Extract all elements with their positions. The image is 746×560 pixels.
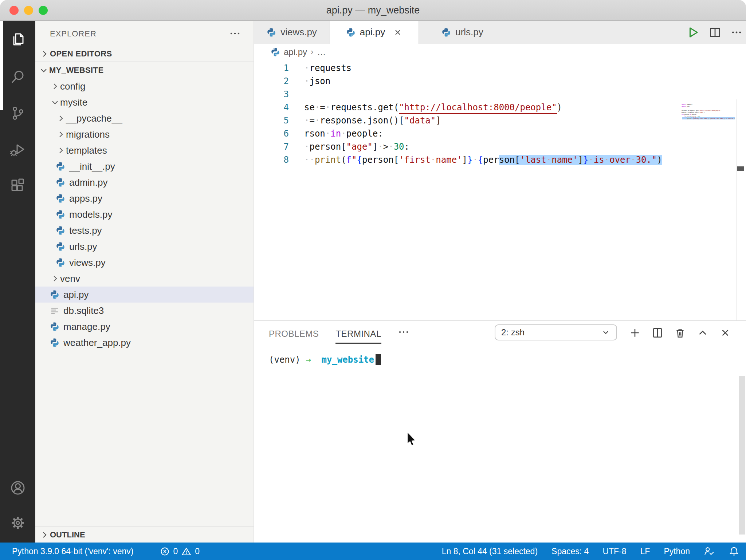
- tab-problems[interactable]: PROBLEMS: [269, 323, 319, 344]
- breadcrumb-file[interactable]: api.py: [284, 47, 307, 57]
- workspace-root-section[interactable]: MY_WEBSITE: [35, 62, 254, 78]
- code-line[interactable]: se·=·requests.get("http://localhost:8000…: [304, 101, 662, 114]
- breadcrumb-more[interactable]: …: [317, 47, 326, 57]
- python-file-icon: [56, 226, 65, 235]
- terminal-scrollbar[interactable]: [739, 376, 745, 535]
- panel-more-actions-icon[interactable]: [398, 327, 409, 338]
- code-line[interactable]: rson·in·people:: [304, 127, 662, 140]
- activity-bar-item[interactable]: [0, 168, 35, 204]
- title-bar: api.py — my_website: [0, 0, 746, 21]
- activity-bar-item[interactable]: [0, 470, 35, 505]
- tree-item-views-py[interactable]: views.py: [35, 255, 254, 271]
- mouse-cursor: [407, 431, 417, 447]
- line-number: 8: [254, 153, 289, 166]
- problems-status[interactable]: 0 0: [160, 547, 200, 556]
- tab-label: views.py: [280, 27, 317, 38]
- tree-item-label: views.py: [69, 257, 106, 268]
- line-number: 5: [254, 114, 289, 127]
- tree-item-models-py[interactable]: models.py: [35, 206, 254, 222]
- open-editors-section[interactable]: OPEN EDITORS: [35, 46, 254, 62]
- tree-item-label: urls.py: [69, 241, 97, 252]
- workspace-root-label: MY_WEBSITE: [49, 66, 103, 75]
- error-icon: [160, 547, 170, 556]
- feedback-smiley-icon[interactable]: [704, 546, 715, 557]
- code-line[interactable]: ·json: [304, 75, 662, 88]
- vscode-window: api.py — my_website EXPLORER OPEN EDITOR…: [0, 0, 746, 560]
- language-mode-status[interactable]: Python: [664, 547, 690, 556]
- outline-section[interactable]: OUTLINE: [35, 527, 254, 543]
- settings-gear-icon: [9, 514, 27, 532]
- kill-terminal-trash-icon[interactable]: [674, 327, 686, 339]
- editor-tab-api-py[interactable]: api.py: [330, 21, 419, 44]
- indentation-status[interactable]: Spaces: 4: [551, 547, 589, 556]
- tree-item-db-sqlite3[interactable]: db.sqlite3: [35, 303, 254, 319]
- line-number: 2: [254, 75, 289, 88]
- new-terminal-button[interactable]: [629, 327, 641, 339]
- activity-bar-item[interactable]: [0, 95, 35, 131]
- tree-item-api-py[interactable]: api.py: [35, 287, 254, 303]
- tree-item-admin-py[interactable]: admin.py: [35, 174, 254, 190]
- encoding-status[interactable]: UTF-8: [602, 547, 626, 556]
- tree-item-label: mysite: [60, 97, 87, 108]
- python-file-icon: [56, 242, 65, 251]
- tree-item--pycache-[interactable]: __pycache__: [35, 110, 254, 126]
- split-terminal-button[interactable]: [652, 327, 663, 339]
- editor-area: views.pyapi.pyurls.py api.py › … 1234567…: [254, 21, 746, 543]
- run-python-file-button[interactable]: [687, 26, 699, 39]
- activity-bar-item[interactable]: [0, 59, 35, 95]
- code-line[interactable]: ··print(f"{person['first·name']}·{person…: [304, 153, 662, 166]
- close-panel-button[interactable]: [719, 327, 731, 339]
- close-tab-icon[interactable]: [393, 28, 403, 37]
- file-tree: configmysite__pycache__migrationstemplat…: [35, 78, 254, 351]
- line-number: 3: [254, 88, 289, 101]
- tree-item-weather-app-py[interactable]: weather_app.py: [35, 335, 254, 351]
- tree-item-label: admin.py: [69, 177, 108, 188]
- maximize-panel-button[interactable]: [697, 327, 708, 339]
- code-line[interactable]: ·requests: [304, 62, 662, 75]
- minimap[interactable]: import requestsimport jsonresponse = req…: [679, 99, 735, 320]
- code-line[interactable]: [304, 88, 662, 101]
- editor-tab-views-py[interactable]: views.py: [254, 21, 330, 44]
- split-editor-button[interactable]: [709, 26, 721, 39]
- code-line[interactable]: ·person["age"]·>·30:: [304, 140, 662, 153]
- more-actions-icon[interactable]: [731, 27, 742, 38]
- tree-item-venv[interactable]: venv: [35, 271, 254, 287]
- terminal-cwd: my_website: [322, 355, 374, 365]
- editor-actions: [687, 21, 742, 44]
- tree-item-templates[interactable]: templates: [35, 142, 254, 158]
- chevron-down-icon: [50, 98, 60, 107]
- tree-item-manage-py[interactable]: manage.py: [35, 319, 254, 335]
- tab-terminal[interactable]: TERMINAL: [335, 323, 381, 344]
- activity-bar-item[interactable]: [0, 22, 35, 59]
- explorer-icon: [9, 32, 27, 49]
- tree-item-tests-py[interactable]: tests.py: [35, 222, 254, 238]
- tree-item-apps-py[interactable]: apps.py: [35, 190, 254, 206]
- overview-ruler-selection-marker: [737, 166, 744, 171]
- terminal-prompt[interactable]: (venv) → my_website: [269, 354, 381, 365]
- account-icon: [9, 479, 27, 497]
- breadcrumb[interactable]: api.py › …: [254, 44, 746, 60]
- tree-item--init-py[interactable]: __init__.py: [35, 158, 254, 174]
- code-line[interactable]: ·=·response.json()["data"]: [304, 114, 662, 127]
- code-editor[interactable]: 12345678 ·requests·jsonse·=·requests.get…: [254, 60, 746, 320]
- editor-tab-urls-py[interactable]: urls.py: [419, 21, 506, 44]
- tree-item-migrations[interactable]: migrations: [35, 126, 254, 142]
- tree-item-config[interactable]: config: [35, 78, 254, 94]
- python-file-icon: [441, 28, 451, 37]
- chevron-right-icon: [56, 130, 66, 139]
- source-control-icon: [9, 104, 27, 122]
- chevron-right-icon: ›: [311, 47, 313, 57]
- activity-bar-item[interactable]: [0, 505, 35, 540]
- activity-bar-item[interactable]: [0, 131, 35, 168]
- cursor-position-status[interactable]: Ln 8, Col 44 (31 selected): [442, 547, 538, 556]
- activity-bar: [0, 21, 35, 543]
- terminal-venv: (venv): [269, 355, 301, 365]
- eol-status[interactable]: LF: [640, 547, 650, 556]
- explorer-more-actions-icon[interactable]: [229, 27, 240, 38]
- terminal-shell-select[interactable]: 2: zsh: [495, 324, 617, 340]
- python-interpreter-status[interactable]: Python 3.9.0 64-bit ('venv': venv): [12, 547, 134, 556]
- tree-item-urls-py[interactable]: urls.py: [35, 238, 254, 255]
- tree-item-mysite[interactable]: mysite: [35, 94, 254, 110]
- notifications-bell-icon[interactable]: [729, 546, 739, 557]
- sidebar-header: EXPLORER: [35, 21, 254, 46]
